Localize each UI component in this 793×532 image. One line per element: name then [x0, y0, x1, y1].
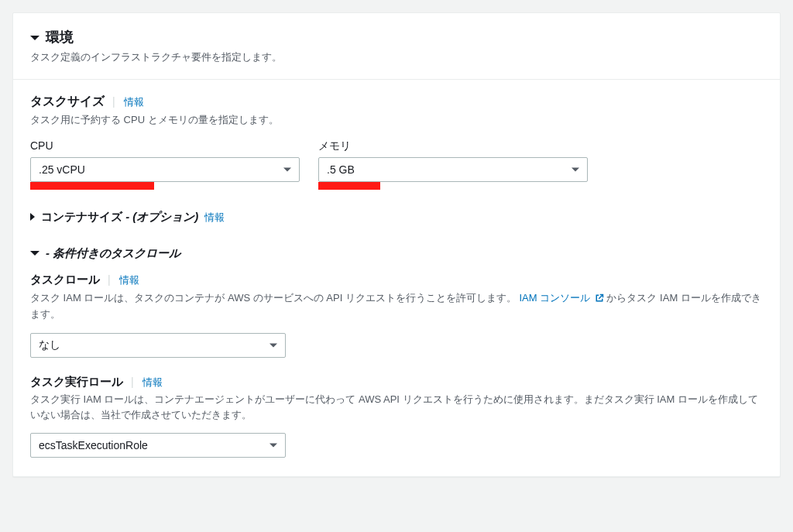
container-size-title: コンテナサイズ - (オプション): [41, 208, 198, 226]
exec-role-section: タスク実行ロール | 情報 タスク実行 IAM ロールは、コンテナエージェントが…: [30, 373, 763, 458]
redaction-bar: [30, 182, 154, 190]
exec-role-value: ecsTaskExecutionRole: [39, 438, 148, 454]
divider-pipe: |: [108, 273, 111, 286]
environment-panel: 環境 タスク定義のインフラストラクチャ要件を指定します。 タスクサイズ | 情報…: [12, 12, 781, 477]
memory-label: メモリ: [318, 138, 588, 154]
task-role-info-link[interactable]: 情報: [119, 274, 139, 286]
exec-role-description: タスク実行 IAM ロールは、コンテナエージェントがユーザーに代わって AWS …: [30, 392, 763, 422]
divider: [13, 79, 780, 80]
container-size-main: コンテナサイズ: [41, 210, 122, 223]
cpu-label: CPU: [30, 138, 300, 154]
cpu-value: .25 vCPU: [39, 162, 85, 178]
divider-pipe: |: [131, 376, 134, 388]
cpu-field: CPU .25 vCPU: [30, 138, 300, 182]
memory-field: メモリ .5 GB: [318, 138, 588, 182]
task-size-title: タスクサイズ: [30, 94, 105, 108]
container-size-suffix: - (オプション): [125, 210, 198, 223]
external-link-icon: [595, 292, 604, 307]
task-role-description: タスク IAM ロールは、タスクのコンテナが AWS のサービスへの API リ…: [30, 290, 763, 322]
task-role-select[interactable]: なし: [30, 333, 286, 358]
conditional-role-prefix: -: [46, 246, 50, 259]
task-role-section: タスクロール | 情報 タスク IAM ロールは、タスクのコンテナが AWS の…: [30, 271, 763, 358]
divider-pipe: |: [112, 95, 115, 108]
cpu-select[interactable]: .25 vCPU: [30, 157, 300, 182]
iam-console-link[interactable]: IAM コンソール: [520, 292, 607, 304]
exec-role-info-link[interactable]: 情報: [142, 376, 163, 388]
chevron-down-icon: [269, 444, 277, 448]
conditional-role-main: 条件付きのタスクロール: [53, 246, 180, 259]
caret-down-icon: [30, 251, 39, 256]
iam-console-link-text: IAM コンソール: [520, 292, 591, 304]
conditional-role-toggle[interactable]: - 条件付きのタスクロール: [30, 245, 763, 263]
exec-role-title: タスク実行ロール: [30, 375, 123, 388]
task-role-desc-before: タスク IAM ロールは、タスクのコンテナが AWS のサービスへの API リ…: [30, 292, 517, 304]
conditional-role-title: - 条件付きのタスクロール: [46, 245, 180, 263]
task-role-title: タスクロール: [30, 273, 100, 286]
task-size-header: タスクサイズ | 情報: [30, 92, 763, 111]
panel-title: 環境: [46, 27, 74, 48]
task-size-info-link[interactable]: 情報: [124, 96, 144, 108]
container-size-toggle[interactable]: コンテナサイズ - (オプション) 情報: [30, 208, 763, 226]
task-size-row: CPU .25 vCPU メモリ .5 GB: [30, 138, 763, 182]
task-size-description: タスク用に予約する CPU とメモリの量を指定します。: [30, 112, 763, 128]
memory-value: .5 GB: [327, 162, 355, 178]
memory-select[interactable]: .5 GB: [318, 157, 588, 182]
task-role-value: なし: [39, 337, 60, 353]
chevron-down-icon: [283, 168, 291, 172]
caret-right-icon: [30, 213, 35, 221]
panel-description: タスク定義のインフラストラクチャ要件を指定します。: [30, 50, 763, 65]
exec-role-select[interactable]: ecsTaskExecutionRole: [30, 433, 286, 458]
chevron-down-icon: [572, 168, 579, 172]
chevron-down-icon: [269, 343, 277, 347]
container-size-info-link[interactable]: 情報: [204, 210, 225, 225]
panel-header[interactable]: 環境: [30, 27, 763, 48]
redaction-bar: [318, 182, 380, 190]
caret-down-icon: [30, 36, 39, 40]
